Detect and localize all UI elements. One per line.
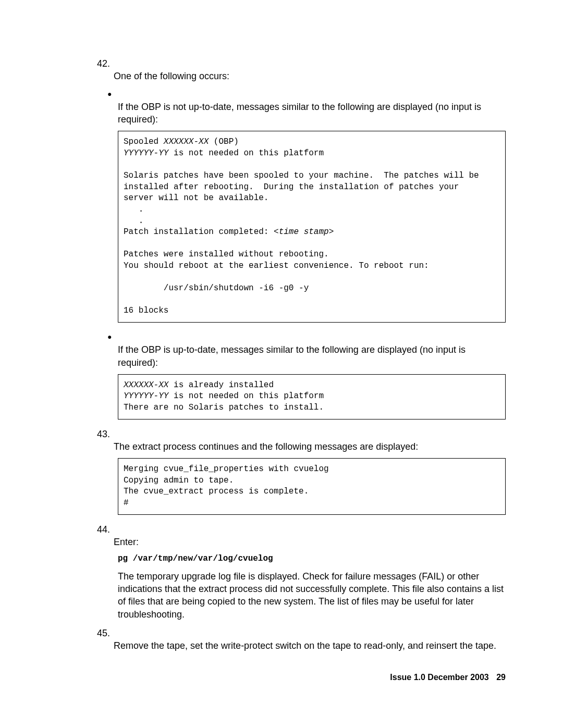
bullet-text: If the OBP is up-to-date, messages simil… [118,343,506,369]
step-number: 44. [97,523,114,536]
code-line: The cvue_extract process is complete. [124,487,309,496]
code-line: There are no Solaris patches to install. [124,403,324,412]
code-line: 16 blocks [124,306,168,315]
step-42: 42. One of the following occurs: [114,57,506,83]
step-number: 42. [97,57,114,70]
bullet-list: ● If the OBP is up-to-date, messages sim… [118,331,506,369]
code-block-obp-not-uptodate: Spooled XXXXXX-XX (OBP) YYYYYY-YY is not… [118,131,506,323]
page-footer: Issue 1.0 December 2003 29 [390,672,506,683]
bullet-icon: ● [107,89,118,99]
step-number: 45. [97,627,114,639]
code-line: # [124,498,129,508]
page: 42. One of the following occurs: ● If th… [0,0,563,728]
code-line: Merging cvue_file_properties with cvuelo… [124,464,329,474]
code-line: installed after rebooting. During the in… [124,182,459,192]
code-line: Patches were installed without rebooting… [124,250,329,259]
code-line: server will not be available. [124,193,268,203]
bullet-item: ● If the OBP is not up-to-date, messages… [118,88,506,126]
step-43: 43. The extract process continues and th… [114,428,506,453]
code-line: YYYYYY-YY is not needed on this platform [124,149,324,158]
footer-page-number: 29 [496,673,506,682]
code-line: Patch installation completed: <time stam… [124,227,334,237]
step-text: Enter: [114,536,506,548]
code-line: Solaris patches have been spooled to you… [124,171,479,180]
code-line: You should reboot at the earliest conven… [124,261,429,270]
code-line: XXXXXX-XX is already installed [124,380,274,390]
footer-issue: Issue 1.0 December 2003 [390,673,488,682]
code-line: /usr/sbin/shutdown -i6 -g0 -y [124,283,309,293]
code-line: Spooled XXXXXX-XX (OBP) [124,137,239,146]
code-line: YYYYYY-YY is not needed on this platform [124,391,324,401]
paragraph: The temporary upgrade log file is displa… [118,570,506,621]
step-text: The extract process continues and the fo… [114,440,506,453]
command-text: pg /var/tmp/new/var/log/cvuelog [118,553,506,565]
bullet-list: ● If the OBP is not up-to-date, messages… [118,88,506,126]
code-line: . [124,216,143,226]
code-line: . [124,205,143,214]
bullet-text: If the OBP is not up-to-date, messages s… [118,101,506,126]
step-number: 43. [97,428,114,440]
code-block-obp-uptodate: XXXXXX-XX is already installed YYYYYY-YY… [118,374,506,419]
step-44: 44. Enter: [114,523,506,549]
step-text: Remove the tape, set the write-protect s… [114,639,506,652]
bullet-item: ● If the OBP is up-to-date, messages sim… [118,331,506,369]
code-block-extract: Merging cvue_file_properties with cvuelo… [118,458,506,514]
code-line: Copying admin to tape. [124,476,234,485]
bullet-icon: ● [107,332,118,342]
step-text: One of the following occurs: [114,70,506,82]
step-45: 45. Remove the tape, set the write-prote… [114,627,506,652]
